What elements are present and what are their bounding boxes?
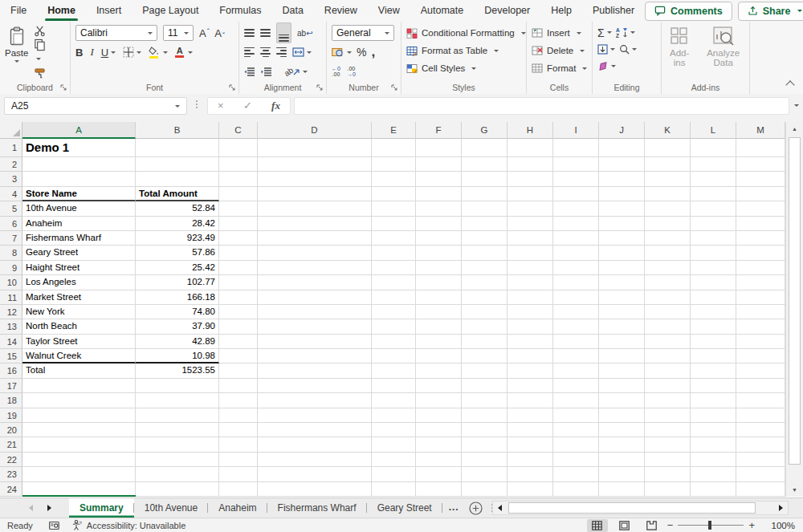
increase-indent-button[interactable] xyxy=(261,67,272,76)
cell-C8[interactable] xyxy=(219,246,258,260)
cell-J23[interactable] xyxy=(599,467,645,481)
row-header-16[interactable]: 16 xyxy=(0,363,22,378)
cell-B7[interactable]: 923.49 xyxy=(136,231,219,246)
scroll-right-arrow[interactable] xyxy=(774,502,788,514)
horizontal-scrollbar[interactable] xyxy=(492,501,789,515)
cell-I22[interactable] xyxy=(553,453,599,467)
number-format-select[interactable]: General xyxy=(332,25,394,41)
cell-B22[interactable] xyxy=(136,453,219,467)
zoom-out-button[interactable]: − xyxy=(662,519,679,531)
wrap-text-button[interactable]: ab↩ xyxy=(297,29,313,38)
format-painter-button[interactable] xyxy=(34,67,46,79)
ribbon-tab-insert[interactable]: Insert xyxy=(86,0,132,22)
column-header-f[interactable]: F xyxy=(416,122,462,139)
cell-C13[interactable] xyxy=(219,319,258,334)
cell-F14[interactable] xyxy=(416,335,462,349)
accessibility-checker-button[interactable]: ? xyxy=(72,520,82,530)
cell-I1[interactable] xyxy=(553,139,599,157)
cell-K17[interactable] xyxy=(645,379,691,393)
sheet-tab-geary-street[interactable]: Geary Street xyxy=(367,498,442,518)
underline-button[interactable]: U xyxy=(101,47,116,59)
cell-M6[interactable] xyxy=(736,217,785,231)
cell-A2[interactable] xyxy=(22,157,136,172)
cell-E14[interactable] xyxy=(372,335,416,349)
cell-H19[interactable] xyxy=(507,408,553,423)
row-header-22[interactable]: 22 xyxy=(0,453,22,467)
row-header-10[interactable]: 10 xyxy=(0,275,22,290)
cell-F16[interactable] xyxy=(416,363,462,378)
borders-button[interactable] xyxy=(123,47,141,58)
cell-F5[interactable] xyxy=(416,201,462,216)
cell-J13[interactable] xyxy=(599,319,645,334)
cell-J17[interactable] xyxy=(599,379,645,393)
cell-L20[interactable] xyxy=(691,423,736,437)
cell-L8[interactable] xyxy=(691,246,736,260)
cell-L19[interactable] xyxy=(691,408,736,423)
cell-I13[interactable] xyxy=(553,319,599,334)
paste-button[interactable]: Paste xyxy=(5,25,28,80)
cell-M12[interactable] xyxy=(736,305,785,319)
cell-D1[interactable] xyxy=(258,139,372,157)
cell-M5[interactable] xyxy=(736,201,785,216)
cell-L17[interactable] xyxy=(691,379,736,393)
cell-E5[interactable] xyxy=(372,201,416,216)
formula-input[interactable] xyxy=(294,97,789,115)
cell-M16[interactable] xyxy=(736,363,785,378)
cell-G16[interactable] xyxy=(462,363,507,378)
cell-K9[interactable] xyxy=(645,261,691,275)
cell-M8[interactable] xyxy=(736,246,785,260)
conditional-formatting-button[interactable]: Conditional Formatting xyxy=(406,25,526,41)
cell-A15[interactable]: Walnut Creek xyxy=(22,349,136,363)
fill-color-button[interactable] xyxy=(149,47,159,59)
cell-M14[interactable] xyxy=(736,335,785,349)
cell-H2[interactable] xyxy=(507,157,553,172)
cell-A5[interactable]: 10th Avenue xyxy=(22,201,136,216)
cell-F10[interactable] xyxy=(416,275,462,290)
cell-C15[interactable] xyxy=(219,349,258,363)
decrease-decimal-button[interactable]: .00→0 xyxy=(347,66,356,77)
ribbon-tab-file[interactable]: File xyxy=(0,0,37,22)
view-page-break-button[interactable] xyxy=(642,519,662,532)
cell-E13[interactable] xyxy=(372,319,416,334)
cell-L10[interactable] xyxy=(691,275,736,290)
cell-F18[interactable] xyxy=(416,393,462,408)
cell-I4[interactable] xyxy=(553,187,599,201)
cell-A1[interactable]: Demo 1 xyxy=(22,139,136,157)
cell-M17[interactable] xyxy=(736,379,785,393)
cell-A11[interactable]: Market Street xyxy=(22,290,136,305)
cancel-button[interactable]: × xyxy=(218,98,224,114)
cell-D21[interactable] xyxy=(258,437,372,452)
cell-G5[interactable] xyxy=(462,201,507,216)
cell-C9[interactable] xyxy=(219,261,258,275)
cell-K16[interactable] xyxy=(645,363,691,378)
row-header-15[interactable]: 15 xyxy=(0,349,22,363)
cell-A18[interactable] xyxy=(22,393,136,408)
macro-record-button[interactable] xyxy=(49,521,59,530)
cell-B17[interactable] xyxy=(136,379,219,393)
cell-C21[interactable] xyxy=(219,437,258,452)
cell-J14[interactable] xyxy=(599,335,645,349)
cell-J16[interactable] xyxy=(599,363,645,378)
cell-C14[interactable] xyxy=(219,335,258,349)
column-header-b[interactable]: B xyxy=(136,122,219,139)
cell-L2[interactable] xyxy=(691,157,736,172)
cell-J22[interactable] xyxy=(599,453,645,467)
cell-F20[interactable] xyxy=(416,423,462,437)
zoom-slider[interactable] xyxy=(678,525,744,526)
scroll-left-arrow[interactable] xyxy=(493,502,507,514)
cell-L14[interactable] xyxy=(691,335,736,349)
cell-K6[interactable] xyxy=(645,217,691,231)
row-header-13[interactable]: 13 xyxy=(0,319,22,334)
cell-I10[interactable] xyxy=(553,275,599,290)
cell-J3[interactable] xyxy=(599,172,645,186)
cell-H17[interactable] xyxy=(507,379,553,393)
cell-C6[interactable] xyxy=(219,217,258,231)
cell-L11[interactable] xyxy=(691,290,736,305)
cell-M19[interactable] xyxy=(736,408,785,423)
cell-B1[interactable] xyxy=(136,139,219,157)
comma-style-button[interactable]: , xyxy=(371,48,375,56)
font-name-select[interactable]: Calibri xyxy=(75,25,157,41)
cell-G20[interactable] xyxy=(462,423,507,437)
cell-D3[interactable] xyxy=(258,172,372,186)
row-header-6[interactable]: 6 xyxy=(0,217,22,231)
